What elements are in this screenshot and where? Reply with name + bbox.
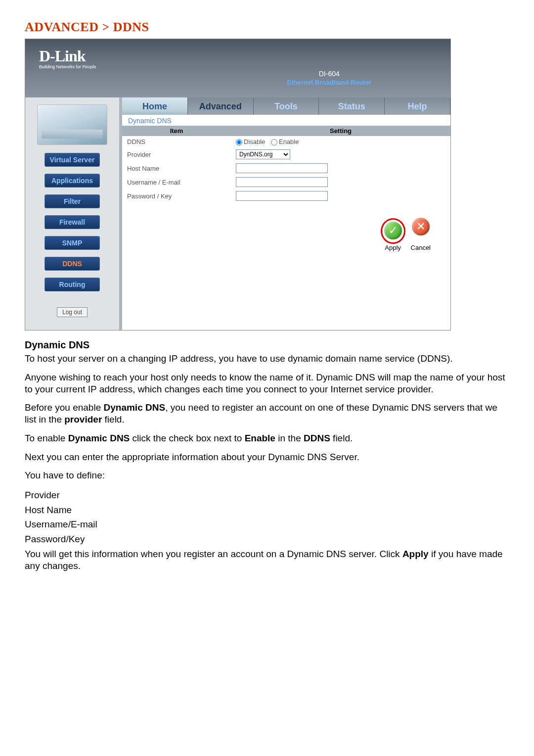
page-title: ADVANCED > DDNS <box>25 20 509 35</box>
settings-table: Item Setting DDNS Disable Enable Provide… <box>122 126 450 203</box>
brand-tagline: Building Networks for People <box>39 64 96 69</box>
tab-help[interactable]: Help <box>385 97 450 115</box>
ddns-disable-label: Disable <box>244 138 265 145</box>
cancel-button[interactable]: ✕ Cancel <box>411 218 431 251</box>
brand-text: D-Link <box>39 47 96 65</box>
logout-button[interactable]: Log out <box>57 307 88 317</box>
row-user-label: Username / E-mail <box>122 175 231 189</box>
doc-heading: Dynamic DNS <box>25 339 509 351</box>
panel-subheader: Dynamic DNS <box>122 115 450 126</box>
tab-advanced[interactable]: Advanced <box>188 97 254 115</box>
x-icon: ✕ <box>412 218 430 236</box>
content-panel: Home Advanced Tools Status Help Dynamic … <box>122 97 450 330</box>
tab-tools[interactable]: Tools <box>254 97 319 115</box>
router-header: D-Link Building Networks for People DI-6… <box>25 39 450 97</box>
ddns-enable-radio[interactable] <box>271 139 277 145</box>
doc-p3: Before you enable Dynamic DNS, you need … <box>25 402 509 425</box>
doc-p5: Next you can enter the appropriate infor… <box>25 451 509 463</box>
doc-p6: You have to define: <box>25 470 509 481</box>
def-host: Host Name <box>25 503 509 518</box>
doc-p2: Anyone wishing to reach your host only n… <box>25 372 509 395</box>
sidebar-item-filter[interactable]: Filter <box>44 194 100 208</box>
row-ddns-setting: Disable Enable <box>231 136 450 147</box>
device-image <box>37 104 107 145</box>
sidebar-item-firewall[interactable]: Firewall <box>44 215 100 229</box>
sidebar-item-applications[interactable]: Applications <box>44 174 100 188</box>
doc-section: Dynamic DNS To host your server on a cha… <box>25 339 509 572</box>
ddns-disable-radio[interactable] <box>236 139 242 145</box>
logo: D-Link Building Networks for People <box>39 47 96 69</box>
model-desc: Ethernet Broadband Router <box>287 79 371 86</box>
def-provider: Provider <box>25 488 509 503</box>
ddns-enable-label: Enable <box>279 138 299 145</box>
row-pass-label: Password / Key <box>122 189 231 203</box>
cancel-label: Cancel <box>411 244 431 251</box>
col-item: Item <box>122 126 231 136</box>
apply-label: Apply <box>385 244 401 251</box>
action-row: ✓ Apply ✕ Cancel <box>122 203 450 257</box>
sidebar-item-ddns[interactable]: DDNS <box>44 257 100 271</box>
apply-button[interactable]: ✓ Apply <box>381 218 405 251</box>
tab-home[interactable]: Home <box>122 97 188 115</box>
model-block: DI-604 Ethernet Broadband Router <box>287 70 371 86</box>
doc-p4: To enable Dynamic DNS click the check bo… <box>25 432 509 444</box>
apply-highlight-ring: ✓ <box>381 218 405 244</box>
router-screenshot: D-Link Building Networks for People DI-6… <box>25 39 451 331</box>
doc-p1: To host your server on a changing IP add… <box>25 353 509 365</box>
def-pass: Password/Key <box>25 532 509 547</box>
password-input[interactable] <box>236 191 328 201</box>
sidebar-item-snmp[interactable]: SNMP <box>44 236 100 250</box>
username-input[interactable] <box>236 177 328 187</box>
model-number: DI-604 <box>287 70 371 78</box>
check-icon: ✓ <box>384 222 402 239</box>
doc-definitions: Provider Host Name Username/E-mail Passw… <box>25 488 509 546</box>
row-provider-label: Provider <box>122 147 231 161</box>
provider-select[interactable]: DynDNS.org <box>236 149 290 159</box>
row-host-label: Host Name <box>122 161 231 175</box>
col-setting: Setting <box>231 126 450 136</box>
def-user: Username/E-mail <box>25 518 509 532</box>
sidebar: Virtual Server Applications Filter Firew… <box>25 97 122 330</box>
tab-status[interactable]: Status <box>319 97 385 115</box>
sidebar-item-routing[interactable]: Routing <box>44 278 100 291</box>
doc-p7: You will get this information when you r… <box>25 548 509 572</box>
host-name-input[interactable] <box>236 163 328 173</box>
sidebar-item-virtual-server[interactable]: Virtual Server <box>44 153 100 167</box>
row-ddns-label: DDNS <box>122 136 231 147</box>
tab-bar: Home Advanced Tools Status Help <box>122 97 450 115</box>
